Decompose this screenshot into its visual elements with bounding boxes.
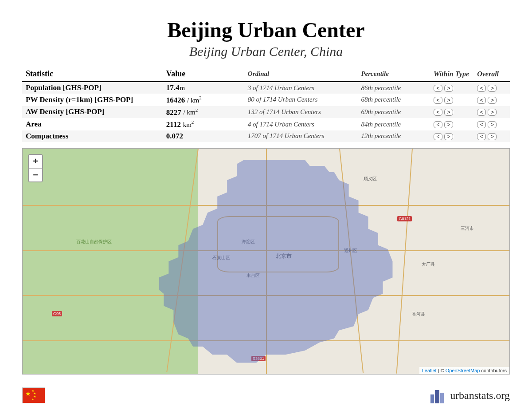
prev-button[interactable]: < bbox=[477, 97, 486, 104]
stat-percentile: 86th percentile bbox=[357, 82, 430, 94]
prev-button[interactable]: < bbox=[434, 109, 442, 116]
next-button[interactable]: > bbox=[488, 133, 497, 140]
prev-button[interactable]: < bbox=[477, 109, 486, 116]
map[interactable]: 百花山自然保护区 北京市 海淀区 丰台区 石景山区 通州区 顺义区 三河市 大厂… bbox=[22, 148, 510, 375]
stat-value: 0.072 bbox=[163, 130, 244, 142]
prev-button[interactable]: < bbox=[434, 97, 442, 104]
stat-percentile: 84th percentile bbox=[357, 118, 430, 130]
col-header-overall: Overall bbox=[473, 68, 510, 82]
stat-value: 17.4m bbox=[163, 82, 244, 94]
svg-rect-1 bbox=[435, 390, 439, 403]
map-attribution: Leaflet | © OpenStreetMap contributors bbox=[419, 367, 509, 374]
country-flag-icon: ★ ★ ★ ★ ★ bbox=[22, 387, 45, 403]
nav-within-type: < > bbox=[430, 82, 473, 94]
stat-value: 8227 / km2 bbox=[163, 106, 244, 118]
stat-ordinal: 132 of 1714 Urban Centers bbox=[244, 106, 358, 118]
table-row: AW Density [GHS-POP]8227 / km2132 of 171… bbox=[22, 106, 510, 118]
next-button[interactable]: > bbox=[444, 109, 453, 116]
page-footer: ★ ★ ★ ★ ★ urbanstats.org bbox=[22, 386, 510, 404]
nav-within-type: < > bbox=[430, 130, 473, 142]
nav-overall: < > bbox=[473, 118, 510, 130]
prev-button[interactable]: < bbox=[434, 133, 442, 140]
zoom-in-button[interactable]: + bbox=[29, 155, 42, 168]
stat-ordinal: 1707 of 1714 Urban Centers bbox=[244, 130, 358, 142]
next-button[interactable]: > bbox=[444, 97, 453, 104]
stat-name: Population [GHS-POP] bbox=[22, 82, 163, 94]
next-button[interactable]: > bbox=[488, 85, 497, 92]
stat-name: Area bbox=[22, 118, 163, 130]
prev-button[interactable]: < bbox=[477, 133, 486, 140]
stats-table: Statistic Value Ordinal Percentile Withi… bbox=[22, 68, 510, 142]
prev-button[interactable]: < bbox=[434, 121, 442, 128]
zoom-out-button[interactable]: − bbox=[29, 168, 42, 181]
next-button[interactable]: > bbox=[444, 133, 453, 140]
col-header-percentile: Percentile bbox=[357, 68, 430, 82]
nav-within-type: < > bbox=[430, 118, 473, 130]
nav-overall: < > bbox=[473, 106, 510, 118]
brand-logo-icon bbox=[428, 386, 446, 404]
prev-button[interactable]: < bbox=[477, 121, 486, 128]
next-button[interactable]: > bbox=[444, 121, 453, 128]
stat-ordinal: 4 of 1714 Urban Centers bbox=[244, 118, 358, 130]
table-row: Population [GHS-POP]17.4m3 of 1714 Urban… bbox=[22, 82, 510, 94]
col-header-ordinal: Ordinal bbox=[244, 68, 358, 82]
stat-percentile: 69th percentile bbox=[357, 106, 430, 118]
prev-button[interactable]: < bbox=[477, 85, 486, 92]
table-row: Compactness0.0721707 of 1714 Urban Cente… bbox=[22, 130, 510, 142]
col-header-statistic: Statistic bbox=[22, 68, 163, 82]
svg-rect-2 bbox=[440, 393, 444, 403]
osm-link[interactable]: OpenStreetMap bbox=[446, 368, 480, 373]
table-row: PW Density (r=1km) [GHS-POP]16426 / km28… bbox=[22, 94, 510, 106]
site-name: urbanstats.org bbox=[450, 390, 510, 402]
stat-ordinal: 3 of 1714 Urban Centers bbox=[244, 82, 358, 94]
next-button[interactable]: > bbox=[488, 97, 497, 104]
svg-rect-0 bbox=[430, 394, 434, 403]
stat-name: Compactness bbox=[22, 130, 163, 142]
next-button[interactable]: > bbox=[488, 121, 497, 128]
stat-percentile: 68th percentile bbox=[357, 94, 430, 106]
stat-ordinal: 80 of 1714 Urban Centers bbox=[244, 94, 358, 106]
col-header-within: Within Type bbox=[430, 68, 473, 82]
stat-name: AW Density [GHS-POP] bbox=[22, 106, 163, 118]
prev-button[interactable]: < bbox=[434, 85, 442, 92]
next-button[interactable]: > bbox=[488, 109, 497, 116]
page-subtitle: Beijing Urban Center, China bbox=[22, 44, 510, 59]
stat-name: PW Density (r=1km) [GHS-POP] bbox=[22, 94, 163, 106]
zoom-control: + − bbox=[28, 154, 43, 182]
next-button[interactable]: > bbox=[444, 85, 453, 92]
leaflet-link[interactable]: Leaflet bbox=[422, 368, 437, 373]
col-header-value: Value bbox=[163, 68, 244, 82]
page-title: Beijing Urban Center bbox=[22, 18, 510, 42]
table-row: Area2112 km24 of 1714 Urban Centers84th … bbox=[22, 118, 510, 130]
site-brand[interactable]: urbanstats.org bbox=[428, 386, 510, 404]
stat-value: 16426 / km2 bbox=[163, 94, 244, 106]
nav-overall: < > bbox=[473, 130, 510, 142]
stat-value: 2112 km2 bbox=[163, 118, 244, 130]
nav-overall: < > bbox=[473, 82, 510, 94]
nav-within-type: < > bbox=[430, 94, 473, 106]
nav-overall: < > bbox=[473, 94, 510, 106]
stat-percentile: 12th percentile bbox=[357, 130, 430, 142]
nav-within-type: < > bbox=[430, 106, 473, 118]
page-header: Beijing Urban Center Beijing Urban Cente… bbox=[22, 18, 510, 59]
